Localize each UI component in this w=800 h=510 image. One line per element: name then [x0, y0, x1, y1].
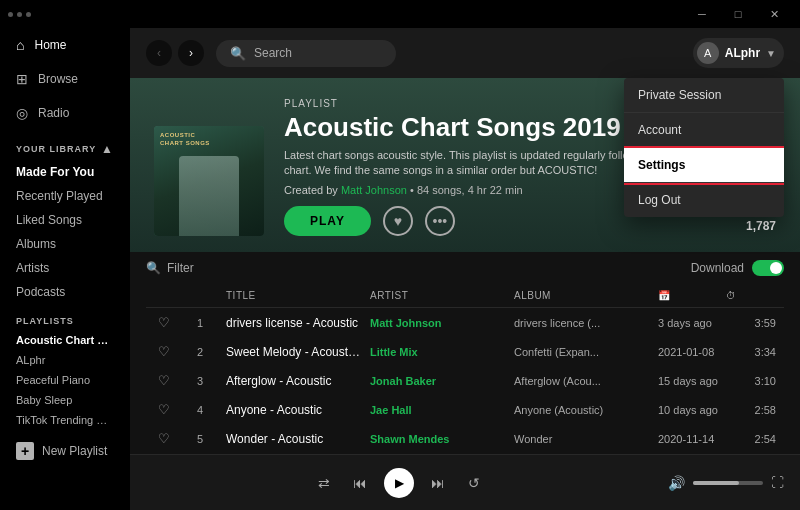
more-options-button[interactable]: ••• [425, 206, 455, 236]
playlist-more-icon: ▼ [122, 415, 130, 426]
sidebar-albums[interactable]: Albums [0, 232, 130, 256]
user-menu-button[interactable]: A ALphr ▼ [693, 38, 784, 68]
track-artist-3[interactable]: Jae Hall [370, 404, 506, 416]
search-bar[interactable]: 🔍 [216, 40, 396, 67]
library-arrow[interactable]: ▲ [101, 142, 114, 156]
previous-button[interactable]: ⏮ [348, 471, 372, 495]
track-number-1: 2 [182, 346, 218, 358]
volume-bar[interactable] [693, 481, 763, 485]
dropdown-logout[interactable]: Log Out [624, 183, 784, 217]
sidebar-item-home[interactable]: ⌂ Home [4, 29, 126, 61]
content-area: ‹ › 🔍 A ALphr ▼ Private Session Acc [130, 28, 800, 510]
track-number-2: 3 [182, 375, 218, 387]
nav-back-button[interactable]: ‹ [146, 40, 172, 66]
track-album-4: Wonder [514, 433, 650, 445]
sidebar-playlist-baby-sleep[interactable]: Baby Sleep [0, 390, 130, 410]
library-section-title: YOUR LIBRARY ▲ [0, 130, 130, 160]
nav-forward-button[interactable]: › [178, 40, 204, 66]
playlist-creator[interactable]: Matt Johnson [341, 184, 407, 196]
sidebar-item-radio[interactable]: ◎ Radio [4, 97, 126, 129]
track-date-0: 3 days ago [658, 317, 718, 329]
cover-figure [179, 156, 239, 236]
tracklist-rows: ♡ 1 drivers license - Acoustic Matt John… [146, 308, 784, 454]
track-title-3: Anyone - Acoustic [226, 403, 362, 417]
search-input[interactable] [254, 46, 374, 60]
titlebar-controls: ─ □ ✕ [684, 0, 792, 28]
fullscreen-icon[interactable]: ⛶ [771, 475, 784, 490]
play-button[interactable]: PLAY [284, 206, 371, 236]
maximize-button[interactable]: □ [720, 0, 756, 28]
sidebar: ⌂ Home ⊞ Browse ◎ Radio YOUR LIBRARY ▲ M… [0, 28, 130, 510]
track-duration-3: 2:58 [726, 404, 776, 416]
track-album-3: Anyone (Acoustic) [514, 404, 650, 416]
track-date-1: 2021-01-08 [658, 346, 718, 358]
next-button[interactable]: ⏭ [426, 471, 450, 495]
sidebar-item-browse[interactable]: ⊞ Browse [4, 63, 126, 95]
player-controls: ⇄ ⏮ ▶ ⏭ ↺ [146, 468, 652, 498]
volume-icon[interactable]: 🔊 [668, 475, 685, 491]
avatar: A [697, 42, 719, 64]
shuffle-button[interactable]: ⇄ [312, 471, 336, 495]
track-album-0: drivers licence (... [514, 317, 650, 329]
track-number-0: 1 [182, 317, 218, 329]
track-heart-4[interactable]: ♡ [154, 431, 174, 446]
main-container: ⌂ Home ⊞ Browse ◎ Radio YOUR LIBRARY ▲ M… [0, 28, 800, 510]
play-pause-button[interactable]: ▶ [384, 468, 414, 498]
track-heart-2[interactable]: ♡ [154, 373, 174, 388]
track-title-0: drivers license - Acoustic [226, 316, 362, 330]
titlebar: ─ □ ✕ [0, 0, 800, 28]
tracklist-container: 🔍 Filter Download TITLE ARTIST ALBUM 📅 ⏱ [130, 252, 800, 454]
col-title: TITLE [226, 290, 362, 301]
search-icon: 🔍 [230, 46, 246, 61]
sidebar-playlist-acoustic[interactable]: Acoustic Chart So... [0, 330, 130, 350]
track-artist-4[interactable]: Shawn Mendes [370, 433, 506, 445]
sidebar-radio-label: Radio [38, 106, 69, 120]
playlist-song-count: 84 songs, 4 hr 22 min [417, 184, 523, 196]
col-album: ALBUM [514, 290, 650, 301]
sidebar-podcasts[interactable]: Podcasts [0, 280, 130, 304]
track-artist-0[interactable]: Matt Johnson [370, 317, 506, 329]
titlebar-dot-1 [8, 12, 13, 17]
table-row: ♡ 4 Anyone - Acoustic Jae Hall Anyone (A… [146, 395, 784, 424]
track-date-2: 15 days ago [658, 375, 718, 387]
titlebar-left [8, 12, 31, 17]
track-heart-1[interactable]: ♡ [154, 344, 174, 359]
titlebar-dot-3 [26, 12, 31, 17]
minimize-button[interactable]: ─ [684, 0, 720, 28]
dropdown-private-session[interactable]: Private Session [624, 78, 784, 113]
track-heart-0[interactable]: ♡ [154, 315, 174, 330]
track-title-2: Afterglow - Acoustic [226, 374, 362, 388]
dropdown-settings[interactable]: Settings [624, 148, 784, 183]
track-date-4: 2020-11-14 [658, 433, 718, 445]
track-date-3: 10 days ago [658, 404, 718, 416]
volume-fill [693, 481, 739, 485]
sidebar-artists[interactable]: Artists [0, 256, 130, 280]
followers-count: 1,787 [710, 219, 776, 233]
track-artist-1[interactable]: Little Mix [370, 346, 506, 358]
cover-text: ACOUSTICCHART SONGS [160, 132, 258, 146]
new-playlist-button[interactable]: + New Playlist [0, 434, 130, 468]
sidebar-made-for-you[interactable]: Made For You [0, 160, 130, 184]
track-duration-2: 3:10 [726, 375, 776, 387]
plus-icon: + [16, 442, 34, 460]
download-switch[interactable] [752, 260, 784, 276]
track-duration-0: 3:59 [726, 317, 776, 329]
repeat-button[interactable]: ↺ [462, 471, 486, 495]
download-label: Download [691, 261, 744, 275]
sidebar-playlist-tiktok[interactable]: TikTok Trending Ph... ▼ [0, 410, 130, 430]
sidebar-playlist-peaceful[interactable]: Peaceful Piano [0, 370, 130, 390]
track-title-4: Wonder - Acoustic [226, 432, 362, 446]
sidebar-playlist-alphr[interactable]: ALphr [0, 350, 130, 370]
playlists-section-title: PLAYLISTS [0, 304, 130, 330]
track-heart-3[interactable]: ♡ [154, 402, 174, 417]
like-button[interactable]: ♥ [383, 206, 413, 236]
close-button[interactable]: ✕ [756, 0, 792, 28]
dropdown-account[interactable]: Account [624, 113, 784, 148]
sidebar-liked-songs[interactable]: Liked Songs [0, 208, 130, 232]
browse-icon: ⊞ [16, 71, 28, 87]
new-playlist-label: New Playlist [42, 444, 107, 458]
track-duration-4: 2:54 [726, 433, 776, 445]
nav-arrows: ‹ › [146, 40, 204, 66]
sidebar-recently-played[interactable]: Recently Played [0, 184, 130, 208]
track-artist-2[interactable]: Jonah Baker [370, 375, 506, 387]
